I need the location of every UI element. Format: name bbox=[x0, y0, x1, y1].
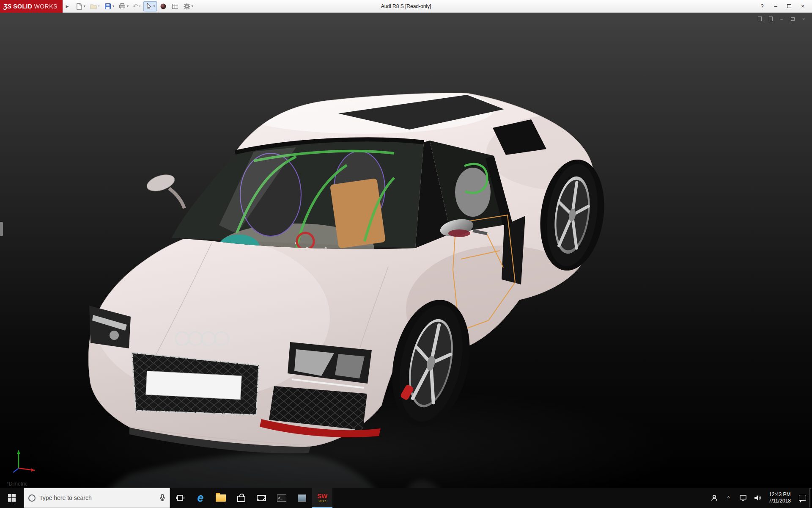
windows-logo-icon bbox=[8, 494, 16, 502]
cortana-icon[interactable] bbox=[28, 494, 36, 502]
save-floppy-icon bbox=[104, 3, 112, 10]
desktop-screen: ƷS SOLIDWORKS ▶ ▾ ▾ ▾ ▾ ↶ ▾ bbox=[0, 0, 812, 508]
action-center-icon bbox=[799, 495, 806, 501]
console-app-button[interactable]: >_ bbox=[272, 488, 292, 508]
minimize-button[interactable]: – bbox=[770, 1, 782, 11]
right-intake bbox=[260, 386, 381, 437]
new-document-button[interactable]: ▾ bbox=[74, 1, 87, 11]
maximize-button[interactable] bbox=[783, 1, 795, 11]
network-icon bbox=[739, 494, 747, 501]
taskbar-clock[interactable]: 12:43 PM 7/11/2018 bbox=[765, 488, 796, 508]
clock-date: 7/11/2018 bbox=[769, 498, 791, 504]
appearance-sphere-icon bbox=[159, 3, 167, 10]
dropdown-icon[interactable]: ▾ bbox=[84, 4, 85, 8]
save-button[interactable]: ▾ bbox=[102, 1, 116, 11]
dropdown-icon[interactable]: ▾ bbox=[192, 4, 193, 8]
window-title: Audi R8 S [Read-only] bbox=[381, 3, 431, 9]
doc-restore-button[interactable] bbox=[788, 15, 797, 22]
menu-expand-arrow-icon[interactable]: ▶ bbox=[63, 2, 71, 11]
select-cursor-icon bbox=[145, 3, 153, 10]
console-icon: >_ bbox=[277, 494, 286, 502]
task-view-icon bbox=[176, 494, 184, 502]
mail-button[interactable] bbox=[251, 488, 272, 508]
store-bag-icon bbox=[237, 496, 245, 502]
properties-sheet-button[interactable] bbox=[170, 1, 181, 11]
dassault-logo-icon: ƷS bbox=[3, 3, 11, 10]
task-view-button[interactable] bbox=[170, 488, 190, 508]
undo-arrow-icon: ↶ bbox=[133, 3, 138, 9]
graphics-viewport[interactable]: – × *Dimetric bbox=[0, 13, 812, 488]
printer-icon bbox=[118, 3, 126, 10]
open-document-button[interactable]: ▾ bbox=[88, 1, 102, 11]
quick-access-toolbar: ▾ ▾ ▾ ▾ ↶ ▾ ▾ bbox=[74, 1, 195, 11]
taskbar-search[interactable] bbox=[24, 488, 170, 508]
search-input[interactable] bbox=[39, 494, 156, 501]
volume-button[interactable] bbox=[750, 488, 765, 508]
open-folder-icon bbox=[90, 3, 97, 10]
solidworks-2017-icon: SW 2017 bbox=[317, 493, 327, 503]
undo-button[interactable]: ↶ ▾ bbox=[131, 1, 143, 11]
dropdown-icon[interactable]: ▾ bbox=[139, 4, 140, 8]
show-desktop-button[interactable] bbox=[809, 488, 812, 508]
file-explorer-icon bbox=[216, 494, 226, 502]
action-center-button[interactable] bbox=[795, 488, 809, 508]
dropdown-icon[interactable]: ▾ bbox=[127, 4, 129, 8]
maximize-icon bbox=[787, 4, 791, 8]
windows-taskbar: e >_ SW 2017 ^ bbox=[0, 488, 812, 508]
network-button[interactable] bbox=[736, 488, 750, 508]
people-button[interactable] bbox=[707, 488, 721, 508]
app-window-icon bbox=[298, 494, 306, 502]
mail-envelope-icon bbox=[257, 495, 266, 501]
solidworks-logo: ƷS SOLIDWORKS bbox=[0, 0, 63, 13]
file-explorer-button[interactable] bbox=[211, 488, 231, 508]
appearances-button[interactable] bbox=[158, 1, 169, 11]
help-button[interactable]: ? bbox=[756, 1, 768, 11]
doc-close-button[interactable]: × bbox=[799, 15, 808, 22]
license-plate bbox=[146, 371, 242, 400]
dropdown-icon[interactable]: ▾ bbox=[154, 4, 155, 8]
microphone-icon[interactable] bbox=[159, 494, 165, 502]
featuremanager-collapsed-tab[interactable] bbox=[0, 222, 3, 236]
doc-page-icon[interactable] bbox=[755, 15, 764, 22]
document-window-controls: – × bbox=[755, 15, 808, 22]
doc-minimize-button[interactable]: – bbox=[777, 15, 786, 22]
store-button[interactable] bbox=[231, 488, 251, 508]
reference-triad bbox=[9, 444, 40, 474]
select-tool-button[interactable]: ▾ bbox=[143, 1, 157, 11]
app-titlebar: ƷS SOLIDWORKS ▶ ▾ ▾ ▾ ▾ ↶ ▾ bbox=[0, 0, 812, 13]
window-controls: ? – × bbox=[756, 1, 812, 11]
app-window-button[interactable] bbox=[292, 488, 312, 508]
doc-page-icon[interactable] bbox=[766, 15, 775, 22]
close-button[interactable]: × bbox=[797, 1, 809, 11]
restore-icon bbox=[791, 17, 795, 21]
dropdown-icon[interactable]: ▾ bbox=[98, 4, 100, 8]
people-icon bbox=[710, 494, 718, 501]
audi-r8-3d-render bbox=[0, 13, 812, 488]
print-button[interactable]: ▾ bbox=[117, 1, 130, 11]
view-orientation-label: *Dimetric bbox=[7, 481, 27, 487]
taskbar-spacer bbox=[332, 488, 707, 508]
options-button[interactable]: ▾ bbox=[181, 1, 195, 11]
sheet-grid-icon bbox=[171, 3, 179, 10]
clock-time: 12:43 PM bbox=[769, 491, 790, 498]
edge-icon: e bbox=[197, 492, 203, 504]
hidden-icons-button[interactable]: ^ bbox=[721, 488, 736, 508]
gear-icon bbox=[183, 3, 191, 10]
solidworks-taskbar-button[interactable]: SW 2017 bbox=[312, 488, 332, 508]
start-button[interactable] bbox=[0, 488, 24, 508]
car-model bbox=[88, 85, 639, 453]
new-document-icon bbox=[75, 3, 83, 10]
dropdown-icon[interactable]: ▾ bbox=[112, 4, 114, 8]
volume-icon bbox=[754, 494, 761, 501]
left-mirror bbox=[145, 171, 184, 208]
edge-button[interactable]: e bbox=[190, 488, 211, 508]
